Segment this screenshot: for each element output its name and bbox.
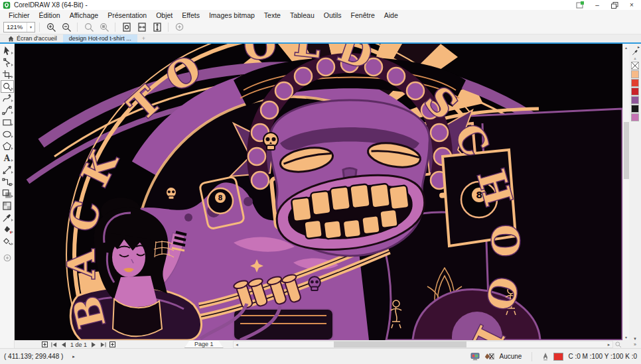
zoom-level-combo[interactable]: 121% ▾ (3, 22, 35, 32)
connector-tool[interactable] (1, 176, 13, 188)
add-page-before-button[interactable] (41, 341, 48, 348)
zoom-to-page-width-button[interactable] (135, 21, 149, 33)
outline-pen-icon[interactable] (542, 352, 549, 361)
close-button[interactable]: × (626, 1, 637, 9)
color-eyedropper-tool[interactable] (1, 212, 13, 223)
chevron-down-icon[interactable]: ▾ (27, 23, 35, 32)
restore-button[interactable] (609, 1, 620, 9)
menu-fenetre[interactable]: Fenêtre (346, 11, 380, 19)
horizontal-scroll-thumb[interactable] (334, 341, 466, 347)
titlebar-app-badge-icon[interactable] (575, 1, 585, 9)
drop-shadow-tool[interactable] (1, 188, 13, 200)
scroll-down-icon[interactable]: ▾ (625, 334, 627, 340)
new-document-tab-button[interactable]: + (137, 34, 150, 42)
freehand-tool[interactable] (1, 93, 13, 104)
first-page-button[interactable] (50, 341, 58, 348)
interactive-fill-tool[interactable] (1, 224, 13, 235)
rectangle-tool[interactable] (1, 117, 13, 128)
shape-tool[interactable] (1, 57, 13, 68)
scroll-left-icon[interactable]: ◂ (234, 342, 241, 347)
curve-tool[interactable] (1, 105, 13, 116)
zoom-tool[interactable] (1, 81, 13, 92)
menu-tableau[interactable]: Tableau (285, 11, 319, 19)
outline-color-swatch[interactable] (553, 353, 563, 361)
statusbar-flyout-icon[interactable]: ▸ (72, 354, 75, 359)
add-page-after-button[interactable] (109, 341, 116, 348)
previous-page-button[interactable] (60, 341, 67, 348)
menu-effets[interactable]: Effets (177, 11, 204, 19)
palette-expand-icon[interactable]: » (634, 342, 636, 347)
last-page-button[interactable] (100, 341, 107, 348)
zoom-to-selected-button[interactable] (82, 21, 96, 33)
page-tab-page1[interactable]: Page 1 (184, 341, 224, 348)
document-color-palette: ▸ ▴ ▾ » (629, 44, 641, 348)
menu-outils[interactable]: Outils (319, 11, 346, 19)
menu-texte[interactable]: Texte (259, 11, 285, 19)
next-page-button[interactable] (90, 341, 98, 348)
toolbar-separator (77, 23, 78, 32)
statusbar-divider (532, 352, 532, 361)
horizontal-scroll-track[interactable] (241, 341, 605, 347)
menu-edition[interactable]: Édition (35, 11, 65, 19)
scroll-right-icon[interactable]: ▸ (605, 342, 612, 347)
palette-swatch-red[interactable] (631, 88, 639, 95)
palette-swatch-black[interactable] (631, 105, 639, 113)
pick-tool[interactable] (1, 45, 13, 56)
hot-rod-tshirt-artwork: 8 8 (15, 44, 622, 340)
zoom-to-all-objects-button[interactable] (97, 21, 111, 33)
menu-fichier[interactable]: Fichier (4, 11, 35, 19)
no-color-swatch[interactable] (631, 62, 639, 70)
palette-scroll-up-icon[interactable]: ▴ (634, 56, 636, 61)
vertical-scroll-track[interactable] (623, 50, 629, 334)
menu-bar: Fichier Édition Affichage Présentation O… (0, 10, 641, 20)
neck-chest (114, 276, 157, 307)
transparency-tool[interactable] (1, 200, 13, 212)
customize-toolbar-plus-button[interactable] (173, 21, 186, 33)
menu-objet[interactable]: Objet (151, 11, 177, 19)
bottom-bar: 1 de 1 Page 1 ◂ ▸ (15, 340, 622, 348)
ellipse-tool[interactable] (1, 129, 13, 140)
polygon-tool[interactable] (1, 141, 13, 152)
document-navigator-button[interactable] (613, 341, 622, 348)
page-counter: 1 de 1 (70, 341, 87, 348)
menu-affichage[interactable]: Affichage (65, 11, 104, 19)
parallel-dimension-tool[interactable] (1, 164, 13, 176)
customize-toolbox-plus-button[interactable] (1, 252, 13, 263)
zoom-to-page-height-button[interactable] (150, 21, 164, 33)
zoom-in-button[interactable] (44, 21, 58, 33)
tab-document-hotrod[interactable]: design Hot-rod t-shirt ... (63, 34, 137, 42)
page-navigation: 1 de 1 Page 1 (41, 341, 224, 348)
main-area: A (0, 44, 641, 348)
minimize-button[interactable]: – (592, 1, 603, 9)
palette-flyout-icon[interactable]: ▸ (638, 44, 640, 49)
fill-color-icon[interactable] (484, 352, 494, 361)
title-bar: CorelDRAW X8 (64-Bit) - – × (0, 0, 641, 10)
menu-presentation[interactable]: Présentation (103, 11, 151, 19)
toolbox: A (0, 44, 15, 348)
palette-eyedropper-icon[interactable] (632, 49, 638, 56)
vertical-scrollbar[interactable]: ▴ ▾ (622, 44, 629, 340)
zoom-level-value: 121% (7, 23, 23, 30)
window-controls: – × (575, 1, 637, 9)
palette-swatch-orchid[interactable] (631, 113, 639, 121)
zoom-out-button[interactable] (59, 21, 73, 33)
crop-tool[interactable] (1, 69, 13, 80)
vertical-scroll-thumb[interactable] (624, 122, 629, 179)
zoom-to-page-button[interactable] (119, 21, 133, 33)
scroll-up-icon[interactable]: ▴ (625, 44, 627, 50)
window-title: CorelDRAW X8 (64-Bit) - (14, 1, 88, 9)
palette-swatch-peach[interactable] (631, 70, 639, 78)
horizontal-scrollbar[interactable]: ◂ ▸ (233, 341, 613, 348)
svg-text:8: 8 (218, 194, 223, 202)
menu-aide[interactable]: Aide (380, 11, 403, 19)
color-proof-monitor-icon[interactable] (470, 353, 480, 361)
palette-swatch-purple[interactable] (631, 96, 639, 104)
tab-welcome-screen[interactable]: Écran d'accueil (2, 34, 63, 42)
smart-fill-tool[interactable] (1, 236, 13, 247)
text-tool[interactable]: A (1, 152, 13, 164)
palette-swatch-red-orange[interactable] (631, 79, 639, 87)
menu-images-bitmap[interactable]: Images bitmap (204, 11, 259, 19)
palette-scroll-down-icon[interactable]: ▾ (634, 336, 636, 341)
drawing-canvas[interactable]: 8 8 (15, 44, 622, 340)
toolbar-separator (168, 23, 169, 32)
